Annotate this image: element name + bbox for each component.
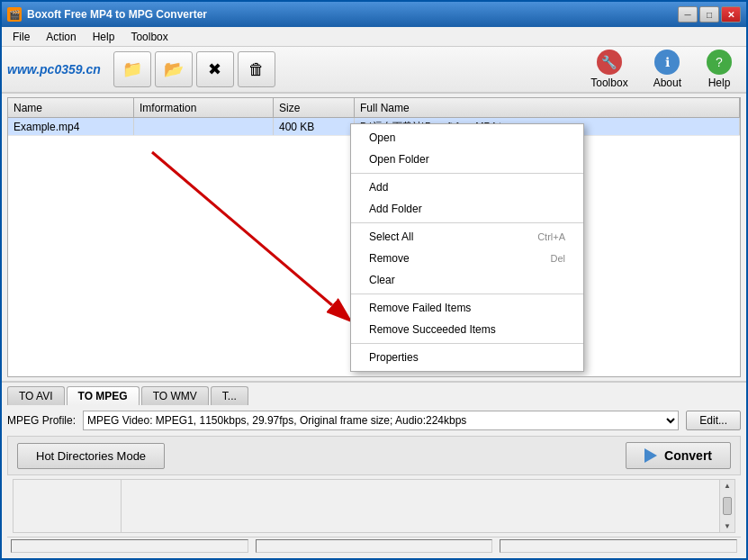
clear-button[interactable]: 🗑	[238, 51, 275, 87]
tabs-row: TO AVI TO MPEG TO WMV T...	[7, 386, 741, 405]
about-icon: ℹ	[654, 50, 680, 75]
ctx-sep-1	[351, 173, 583, 174]
menu-bar: File Action Help Toolbox	[2, 27, 746, 47]
file-info-cell	[134, 118, 274, 135]
title-bar-left: 🎬 Boxoft Free MP4 to MPG Converter	[7, 7, 207, 22]
ctx-properties[interactable]: Properties	[351, 347, 583, 368]
scroll-up-icon[interactable]: ▲	[724, 482, 731, 490]
main-window: 🎬 Boxoft Free MP4 to MPG Converter ─ □ ✕…	[0, 0, 748, 560]
add-file-icon: 📁	[122, 59, 142, 79]
file-list-area: Name Imformation Size Full Name Example.…	[7, 97, 741, 377]
scroll-down-icon[interactable]: ▼	[724, 522, 731, 530]
profile-row: MPEG Profile: MPEG Video: MPEG1, 1150kbp…	[7, 411, 741, 430]
menu-toolbox[interactable]: Toolbox	[123, 29, 175, 45]
context-menu: Open Open Folder Add Add Folder Select A…	[350, 123, 584, 372]
ctx-open-folder[interactable]: Open Folder	[351, 149, 583, 170]
edit-button[interactable]: Edit...	[686, 411, 741, 430]
toolbox-icon: 🔧	[597, 50, 622, 75]
scrollbar[interactable]: ▲ ▼	[720, 480, 734, 532]
ctx-select-all[interactable]: Select All Ctrl+A	[351, 226, 583, 248]
ctx-sep-4	[351, 343, 583, 344]
ctx-add[interactable]: Add	[351, 176, 583, 198]
add-folder-icon: 📂	[164, 59, 184, 79]
add-folder-button[interactable]: 📂	[155, 51, 193, 87]
ctx-remove[interactable]: Remove Del	[351, 248, 583, 269]
toolbar: www.pc0359.cn 📁 📂 ✖ 🗑 🔧 Toolbox ℹ About …	[2, 47, 746, 94]
svg-line-1	[152, 152, 332, 305]
action-row: Hot Directories Mode Convert	[7, 436, 741, 475]
convert-label: Convert	[664, 448, 712, 463]
profile-label: MPEG Profile:	[7, 414, 76, 427]
minimize-button[interactable]: ─	[678, 6, 698, 23]
remove-icon: ✖	[208, 59, 221, 79]
arrow-overlay	[134, 134, 368, 335]
close-button[interactable]: ✕	[721, 6, 741, 23]
toolbar-right: 🔧 Toolbox ℹ About ? Help	[581, 46, 741, 93]
window-title: Boxoft Free MP4 to MPG Converter	[27, 8, 207, 21]
help-button[interactable]: ? Help	[698, 46, 741, 93]
status-cell-2	[256, 539, 493, 553]
ctx-remove-succeeded[interactable]: Remove Succeeded Items	[351, 319, 583, 340]
help-icon: ?	[707, 50, 732, 75]
clear-icon: 🗑	[248, 60, 265, 79]
col-header-info: Imformation	[134, 98, 274, 117]
hot-directories-button[interactable]: Hot Directories Mode	[17, 443, 165, 469]
about-button[interactable]: ℹ About	[644, 46, 690, 93]
tab-to-mpeg[interactable]: TO MPEG	[67, 386, 140, 405]
title-bar: 🎬 Boxoft Free MP4 to MPG Converter ─ □ ✕	[2, 2, 746, 27]
menu-file[interactable]: File	[5, 29, 37, 45]
convert-button[interactable]: Convert	[626, 442, 731, 469]
watermark: www.pc0359.cn	[7, 62, 101, 77]
tab-to-avi[interactable]: TO AVI	[7, 386, 65, 405]
status-preview	[14, 480, 122, 532]
bottom-section: TO AVI TO MPEG TO WMV T... MPEG Profile:…	[2, 381, 746, 558]
toolbox-button[interactable]: 🔧 Toolbox	[581, 46, 636, 93]
about-label: About	[653, 77, 681, 89]
title-controls: ─ □ ✕	[678, 6, 741, 23]
add-file-button[interactable]: 📁	[113, 51, 151, 87]
menu-action[interactable]: Action	[39, 29, 83, 45]
toolbox-label: Toolbox	[590, 77, 627, 89]
maximize-button[interactable]: □	[699, 6, 719, 23]
tab-to-wmv[interactable]: TO WMV	[141, 386, 209, 405]
file-list-header: Name Imformation Size Full Name	[8, 98, 740, 118]
tab-more[interactable]: T...	[211, 386, 248, 405]
red-arrow-icon	[134, 134, 368, 332]
remove-button[interactable]: ✖	[196, 51, 234, 87]
ctx-sep-2	[351, 222, 583, 223]
file-size-cell: 400 KB	[274, 118, 355, 135]
profile-select[interactable]: MPEG Video: MPEG1, 1150kbps, 29.97fps, O…	[83, 411, 679, 430]
ctx-open[interactable]: Open	[351, 127, 583, 149]
status-output	[122, 480, 720, 532]
play-icon	[644, 448, 657, 463]
status-strip	[7, 537, 741, 555]
status-cell-1	[11, 539, 248, 553]
help-label: Help	[708, 77, 731, 89]
ctx-clear[interactable]: Clear	[351, 269, 583, 291]
file-name-cell: Example.mp4	[8, 118, 134, 135]
menu-help[interactable]: Help	[86, 29, 122, 45]
status-cell-3	[500, 539, 737, 553]
scroll-thumb[interactable]	[723, 497, 732, 515]
col-header-size: Size	[274, 98, 355, 117]
ctx-remove-failed[interactable]: Remove Failed Items	[351, 297, 583, 319]
app-icon: 🎬	[7, 7, 22, 22]
ctx-add-folder[interactable]: Add Folder	[351, 198, 583, 220]
ctx-sep-3	[351, 294, 583, 294]
col-header-fullname: Full Name	[355, 98, 740, 117]
status-bar: ▲ ▼	[13, 479, 735, 533]
col-header-name: Name	[8, 98, 134, 117]
